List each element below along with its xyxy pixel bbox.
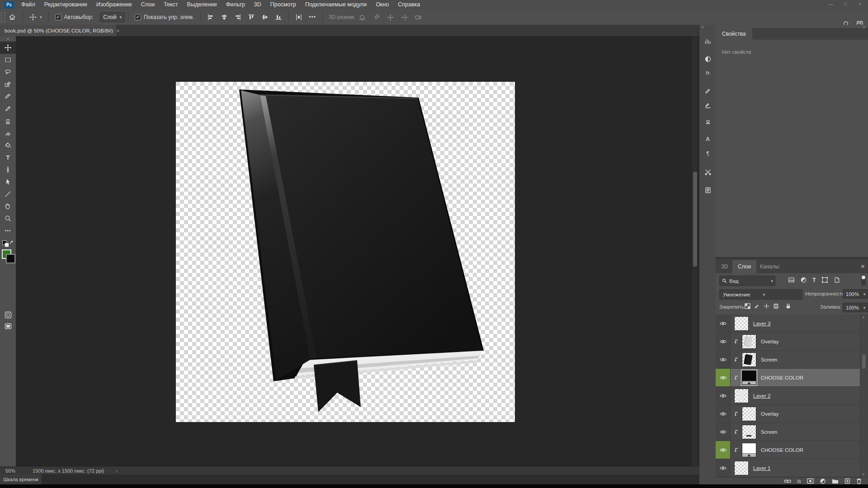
tool-pen[interactable] bbox=[0, 164, 16, 176]
background-color-swatch[interactable] bbox=[6, 254, 15, 263]
lock-transparency-icon[interactable] bbox=[745, 303, 750, 309]
histogram-panel-icon[interactable] bbox=[699, 38, 716, 45]
maximize-button[interactable]: □ bbox=[838, 0, 853, 9]
filter-pixel-layers-icon[interactable] bbox=[788, 277, 795, 283]
paragraph-panel-icon[interactable]: ¶ bbox=[699, 150, 716, 157]
new-group-icon[interactable] bbox=[832, 479, 839, 484]
align-center-h-button[interactable] bbox=[217, 11, 231, 23]
notes-panel-icon[interactable] bbox=[699, 187, 716, 194]
layers-scrollbar[interactable]: ∧ ∨ bbox=[860, 314, 868, 477]
tool-path-selection[interactable] bbox=[0, 176, 16, 188]
tab-layers[interactable]: Слои bbox=[732, 260, 756, 273]
move-tool-preset[interactable]: ▾ bbox=[26, 11, 45, 23]
layer-row[interactable]: Overlay bbox=[716, 333, 860, 351]
lock-artboard-icon[interactable] bbox=[773, 303, 779, 309]
visibility-cell[interactable] bbox=[716, 314, 731, 332]
show-transform-controls-checkbox[interactable]: ✓ Показать упр. элем. bbox=[132, 11, 197, 23]
menu-type[interactable]: Текст bbox=[159, 0, 182, 9]
menu-layers[interactable]: Слои bbox=[137, 0, 159, 9]
tool-lasso[interactable] bbox=[0, 66, 16, 78]
layer-row[interactable]: Screen bbox=[716, 351, 860, 369]
tool-object-selection[interactable] bbox=[0, 78, 16, 90]
status-more-icon[interactable]: › bbox=[116, 469, 117, 474]
tool-hand[interactable] bbox=[0, 200, 16, 212]
layer-row[interactable]: Layer 3 bbox=[716, 314, 860, 333]
color-panel-icon[interactable] bbox=[699, 56, 716, 63]
layer-thumbnail[interactable] bbox=[734, 316, 749, 331]
filter-toggle-switch[interactable] bbox=[861, 275, 866, 286]
document-tab[interactable]: book.psd @ 50% (CHOOSE COLOR, RGB/8#) × bbox=[0, 25, 117, 36]
layer-name[interactable]: CHOOSE COLOR bbox=[761, 447, 803, 453]
timeline-tab[interactable]: Шкала времени bbox=[0, 474, 42, 484]
autoselect-checkbox[interactable]: ✓ Автовыбор: bbox=[52, 11, 97, 23]
tool-zoom[interactable] bbox=[0, 212, 16, 225]
align-top-button[interactable] bbox=[245, 11, 258, 23]
clone-source-panel-icon[interactable] bbox=[699, 118, 716, 125]
brushes-panel-icon[interactable] bbox=[699, 102, 716, 109]
layer-thumbnail[interactable] bbox=[742, 352, 756, 367]
fill-dropdown-icon[interactable]: ▾ bbox=[859, 303, 868, 312]
align-bottom-button[interactable] bbox=[272, 11, 285, 23]
more-align-options-button[interactable]: ••• bbox=[306, 11, 319, 23]
filter-smart-objects-icon[interactable] bbox=[834, 277, 840, 283]
distribute-button[interactable] bbox=[292, 11, 306, 23]
tool-paint-bucket[interactable] bbox=[0, 139, 16, 151]
document-canvas[interactable] bbox=[176, 82, 515, 422]
layer-thumbnail[interactable] bbox=[742, 334, 756, 349]
layer-row[interactable]: Layer 1 bbox=[716, 459, 860, 477]
panel-menu-icon[interactable]: ≡ bbox=[861, 263, 864, 270]
visibility-cell[interactable] bbox=[716, 351, 731, 368]
layer-thumbnail[interactable] bbox=[742, 371, 756, 385]
tool-move[interactable] bbox=[0, 42, 16, 54]
tool-more[interactable]: ••• bbox=[0, 225, 16, 237]
delete-layer-icon[interactable] bbox=[856, 478, 862, 484]
layer-name[interactable]: Layer 2 bbox=[753, 393, 770, 399]
autoselect-target-dropdown[interactable]: Слой ▾ bbox=[100, 12, 125, 22]
layer-thumbnail[interactable] bbox=[742, 443, 756, 457]
layer-row-selected[interactable]: CHOOSE COLOR bbox=[716, 369, 860, 387]
screen-mode-button[interactable] bbox=[0, 322, 16, 330]
tool-rectangular-marquee[interactable] bbox=[0, 54, 16, 66]
default-colors-icon-bg[interactable] bbox=[5, 243, 9, 247]
filter-adjustment-layers-icon[interactable] bbox=[800, 277, 807, 283]
blend-mode-dropdown[interactable]: Умножение ▾ bbox=[719, 289, 802, 300]
link-layers-icon[interactable] bbox=[784, 479, 791, 484]
layer-row[interactable]: Screen bbox=[716, 423, 860, 441]
layer-name[interactable]: Screen bbox=[761, 357, 777, 362]
layer-thumbnail[interactable] bbox=[742, 425, 756, 439]
tool-type[interactable]: T bbox=[0, 151, 16, 164]
tool-pencil[interactable] bbox=[0, 103, 16, 115]
layer-filter-dropdown[interactable]: Вид ▾ bbox=[719, 276, 775, 286]
expand-panels-icon[interactable]: « bbox=[701, 24, 704, 29]
layer-thumbnail[interactable] bbox=[734, 461, 749, 475]
menu-image[interactable]: Изображение bbox=[92, 0, 137, 9]
adjustment-layer-icon[interactable] bbox=[820, 478, 826, 484]
scroll-up-icon[interactable]: ∧ bbox=[862, 315, 865, 319]
layer-name[interactable]: CHOOSE COLOR bbox=[761, 375, 803, 380]
tab-channels[interactable]: Каналы bbox=[755, 260, 785, 273]
lock-pixels-icon[interactable] bbox=[754, 303, 760, 309]
layer-name[interactable]: Screen bbox=[761, 429, 777, 435]
align-right-button[interactable] bbox=[231, 11, 245, 23]
checkbox-checked-icon[interactable]: ✓ bbox=[135, 14, 141, 20]
opacity-dropdown-icon[interactable]: ▾ bbox=[859, 289, 868, 299]
tab-close-icon[interactable]: × bbox=[117, 28, 119, 33]
close-button[interactable]: × bbox=[853, 0, 867, 9]
scroll-down-icon[interactable]: ∨ bbox=[862, 472, 865, 476]
layer-name[interactable]: Layer 1 bbox=[753, 465, 770, 471]
menu-view[interactable]: Просмотр bbox=[266, 0, 301, 9]
layer-row[interactable]: Overlay bbox=[716, 405, 860, 423]
layer-name[interactable]: Overlay bbox=[761, 411, 779, 417]
tool-line[interactable] bbox=[0, 188, 16, 200]
character-panel-icon[interactable]: A bbox=[699, 136, 716, 142]
canvas-vscrollbar-thumb[interactable] bbox=[693, 172, 697, 267]
layer-style-icon[interactable]: fx bbox=[797, 479, 801, 484]
menu-filter[interactable]: Фильтр bbox=[222, 0, 250, 9]
menu-window[interactable]: Окно bbox=[371, 0, 393, 9]
layer-thumbnail[interactable] bbox=[734, 389, 749, 403]
home-button[interactable] bbox=[5, 11, 19, 23]
glyphs-panel-icon[interactable] bbox=[699, 169, 716, 176]
styles-panel-icon[interactable]: fx bbox=[699, 70, 716, 75]
tool-eyedropper[interactable] bbox=[0, 90, 16, 103]
menu-help[interactable]: Справка bbox=[393, 0, 425, 9]
